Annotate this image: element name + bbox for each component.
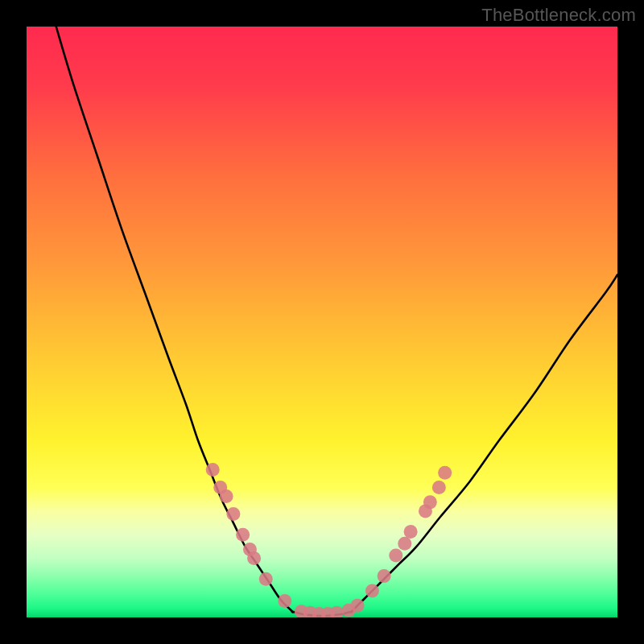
data-marker — [226, 507, 240, 521]
data-marker — [206, 463, 220, 477]
data-marker — [389, 548, 402, 562]
data-marker — [438, 466, 452, 480]
data-marker — [365, 584, 379, 597]
watermark-text: TheBottleneck.com — [481, 5, 636, 26]
data-marker — [220, 489, 233, 503]
plot-area — [27, 27, 617, 617]
data-marker — [423, 495, 437, 509]
data-marker — [247, 551, 261, 565]
data-marker — [330, 606, 344, 617]
curve-layer — [27, 27, 617, 617]
chart-stage: TheBottleneck.com — [0, 0, 644, 644]
data-marker — [278, 594, 291, 608]
data-marker — [432, 481, 446, 494]
data-marker — [236, 528, 250, 542]
data-marker — [351, 599, 365, 613]
data-marker — [404, 525, 418, 539]
valley-curve — [56, 27, 617, 616]
data-marker — [378, 569, 391, 583]
data-marker — [398, 537, 411, 551]
data-marker — [259, 572, 273, 586]
